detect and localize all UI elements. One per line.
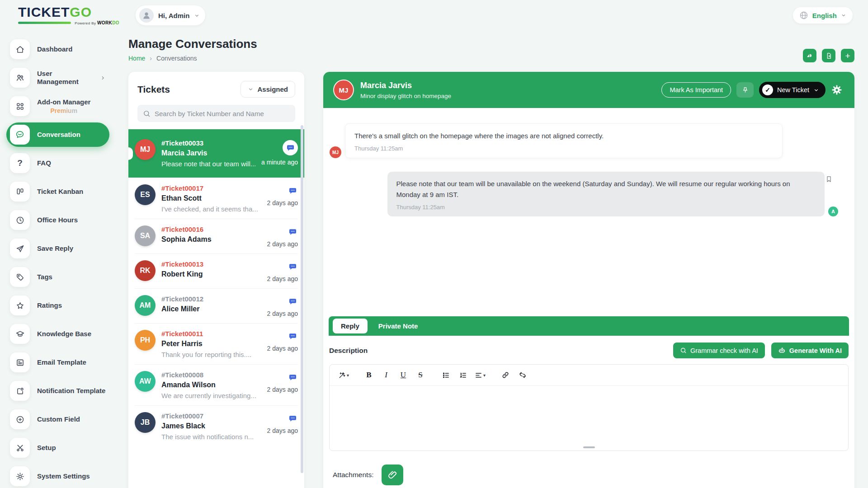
ticket-list-item[interactable]: SA #Ticket00016 Sophia Adams 2 days ago [128, 219, 304, 253]
pin-button[interactable] [736, 82, 754, 98]
page-title: Manage Conversations [128, 37, 854, 51]
language-selector[interactable]: English [793, 7, 853, 23]
grammar-check-button[interactable]: Grammar check with AI [673, 343, 765, 358]
ticket-list-item[interactable]: MJ #Ticket00033 Marcia Jarvis Please not… [128, 129, 304, 178]
sidebar-item-label: System Settings [37, 472, 90, 480]
message-time: Thursday 11:25am [354, 145, 773, 152]
italic-button[interactable]: I [379, 369, 393, 381]
sidebar-item-label: User Management [37, 70, 93, 86]
message-incoming: MJ There's a small glitch on the homepag… [330, 123, 838, 158]
user-greeting: Hi, Admin [158, 12, 189, 19]
bold-button[interactable]: B [362, 369, 376, 381]
sidebar-item-conversation[interactable]: Conversation [6, 122, 109, 147]
sidebar-item-label: Dashboard [37, 45, 72, 53]
ticket-id: #Ticket00007 [161, 412, 261, 420]
topbar: TICKETGO Powered By WORKDO Hi, Admin Eng… [0, 0, 868, 31]
generate-with-ai-label: Generate With AI [789, 347, 842, 354]
breadcrumb-home-link[interactable]: Home [128, 55, 145, 62]
sidebar-item-dashboard[interactable]: Dashboard [6, 37, 109, 61]
insert-link-button[interactable] [499, 369, 512, 381]
bookmark-icon[interactable] [825, 175, 833, 183]
sidebar-item-save-reply[interactable]: Save Reply [6, 236, 109, 261]
logo-go: GO [70, 5, 92, 19]
attach-file-button[interactable] [382, 465, 403, 485]
ticket-search [137, 105, 295, 122]
breadcrumb: Home › Conversations [128, 55, 854, 62]
sidebar-item-ratings[interactable]: Ratings [6, 293, 109, 318]
ticket-time: 2 days ago [267, 427, 298, 434]
tickets-scrollbar[interactable] [301, 125, 303, 473]
sidebar-item-addon-manager[interactable]: Add-on ManagerPremium [6, 94, 109, 118]
ticket-list-item[interactable]: AM #Ticket00012 Alice Miller 2 days ago [128, 288, 304, 323]
email-template-icon [10, 352, 30, 372]
ticket-list-item[interactable]: PH #Ticket00011 Peter Harris Thank you f… [128, 323, 304, 364]
clock-icon [10, 210, 30, 230]
chat-icon [10, 125, 30, 145]
ticket-id: #Ticket00017 [161, 184, 261, 192]
sidebar-item-label: Add-on ManagerPremium [37, 98, 90, 115]
tab-reply[interactable]: Reply [333, 319, 368, 333]
numbered-list-button[interactable] [456, 369, 470, 381]
export-document-button[interactable] [822, 49, 835, 62]
sidebar-item-ticket-kanban[interactable]: Ticket Kanban [6, 179, 109, 204]
add-button[interactable]: + [841, 49, 854, 62]
mark-as-important-button[interactable]: Mark As Important [661, 82, 731, 98]
ticket-list-item[interactable]: JB #Ticket00007 James Black The issue wi… [128, 405, 304, 446]
search-icon [143, 110, 151, 117]
sidebar-item-faq[interactable]: ? FAQ [6, 151, 109, 175]
assigned-filter-dropdown[interactable]: Assigned [241, 81, 295, 98]
breadcrumb-current: Conversations [156, 55, 197, 62]
sidebar-item-notification-template[interactable]: Notification Template [6, 379, 109, 403]
pin-icon [741, 86, 749, 94]
sidebar-item-label: Custom Field [37, 415, 80, 423]
assigned-filter-label: Assigned [257, 85, 288, 93]
sidebar-item-custom-field[interactable]: Custom Field [6, 407, 109, 432]
strikethrough-button[interactable]: S [414, 369, 427, 381]
magic-wand-dropdown[interactable]: ▾ [337, 369, 350, 381]
ticket-customer-name: James Black [161, 422, 261, 430]
sidebar-item-system-settings[interactable]: System Settings [6, 464, 109, 488]
sidebar-item-label: Office Hours [37, 216, 78, 224]
sidebar-item-label: Knowledge Base [37, 330, 91, 338]
tickets-panel: Tickets Assigned MJ [128, 72, 304, 488]
reply-section: Reply Private Note Description Grammar c… [329, 316, 849, 488]
ticket-preview: Thank you for reporting this.... [161, 351, 261, 358]
ticket-customer-name: Sophia Adams [161, 235, 261, 244]
kanban-icon [10, 182, 30, 202]
align-dropdown[interactable]: ▾ [473, 369, 487, 381]
remove-link-button[interactable] [516, 369, 529, 381]
sidebar-item-setup[interactable]: Setup [6, 436, 109, 460]
reply-text-area[interactable] [330, 386, 848, 446]
home-icon [10, 39, 30, 59]
user-menu[interactable]: Hi, Admin [136, 5, 205, 25]
ticket-list-item[interactable]: AW #Ticket00008 Amanda Wilson We are cur… [128, 364, 304, 405]
avatar: PH [135, 330, 156, 351]
sidebar-item-email-template[interactable]: Email Template [6, 350, 109, 375]
sidebar-item-label: Email Template [37, 358, 86, 366]
chat-bubble-icon [287, 413, 298, 424]
new-ticket-button[interactable]: ✓ New Ticket [759, 82, 826, 98]
zendesk-button[interactable] [803, 49, 816, 62]
message-thread: MJ There's a small glitch on the homepag… [323, 108, 854, 316]
logo-underline [18, 22, 71, 24]
ticket-list-item[interactable]: RK #Ticket00013 Robert King 2 days ago [128, 253, 304, 288]
bullet-list-button[interactable] [439, 369, 453, 381]
ticket-list-item[interactable]: ES #Ticket00017 Ethan Scott I've checked… [128, 178, 304, 219]
main-content: Manage Conversations Home › Conversation… [117, 31, 868, 488]
sidebar-item-label: Save Reply [37, 244, 73, 253]
notification-template-icon [10, 381, 30, 401]
sidebar-item-user-management[interactable]: User Management [6, 66, 109, 90]
sidebar-item-office-hours[interactable]: Office Hours [6, 208, 109, 232]
ticket-customer-name: Amanda Wilson [161, 381, 261, 389]
search-input[interactable] [155, 110, 290, 117]
gear-icon [10, 466, 30, 486]
sidebar-item-knowledge-base[interactable]: Knowledge Base [6, 322, 109, 346]
tab-private-note[interactable]: Private Note [370, 319, 426, 333]
conversation-settings-button[interactable] [831, 84, 843, 96]
ticket-time: 2 days ago [267, 386, 298, 393]
underline-button[interactable]: U [396, 369, 410, 381]
sidebar-item-tags[interactable]: Tags [6, 265, 109, 289]
editor-resize-handle[interactable] [583, 446, 595, 448]
message-outgoing: Please note that our team will be unavai… [330, 172, 838, 216]
generate-with-ai-button[interactable]: Generate With AI [771, 343, 849, 358]
